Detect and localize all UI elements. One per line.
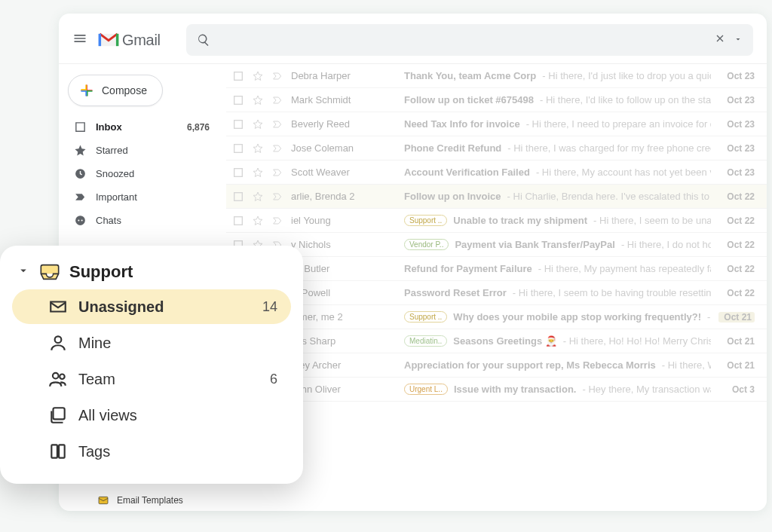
star-icon[interactable] [252, 94, 264, 106]
message-content: Need Tax Info for invoice - Hi there, I … [404, 118, 711, 130]
message-subject: Refund for Payment Failure [404, 263, 532, 274]
message-sender: nes Sharp [291, 335, 397, 347]
message-row[interactable]: ffrey ArcherAppreciation for your suppor… [226, 353, 767, 378]
popover-item-mine[interactable]: Mine [12, 326, 291, 360]
svg-rect-18 [99, 497, 108, 503]
message-row[interactable]: nes SharpMediatin..Seasons Greetings 🎅 -… [226, 329, 767, 353]
star-icon[interactable] [252, 142, 264, 154]
importance-icon[interactable] [271, 191, 283, 203]
importance-icon[interactable] [271, 167, 283, 179]
star-icon[interactable] [252, 215, 264, 227]
sidebar-item-inbox[interactable]: Inbox 6,876 [68, 117, 220, 137]
tag-badge: Urgent L.. [404, 384, 448, 395]
checkbox-icon[interactable] [232, 215, 244, 227]
message-sender: Mark Schmidt [291, 94, 397, 105]
message-row[interactable]: y NicholsVendor P..Payment via Bank Tran… [226, 233, 767, 257]
popover-item-team[interactable]: Team6 [12, 362, 291, 396]
message-date: Oct 23 [718, 95, 755, 105]
popover-item-unassigned[interactable]: Unassigned14 [12, 289, 291, 324]
message-preview: - Hi there, I seem to be having trouble … [513, 287, 711, 298]
message-content: Follow up on Invoice - Hi Charlie, Brend… [404, 191, 711, 202]
message-date: Oct 21 [718, 312, 755, 323]
svg-rect-4 [234, 72, 243, 80]
importance-icon[interactable] [271, 70, 283, 82]
importance-icon[interactable] [271, 142, 283, 154]
message-date: Oct 21 [718, 336, 755, 347]
email-templates-item[interactable]: Email Templates [91, 490, 201, 511]
message-preview: - Hi there, Ho! Ho! Ho! Merry Christ [563, 335, 711, 347]
sidebar-item-snoozed[interactable]: Snoozed [68, 164, 220, 184]
message-content: Phone Credit Refund - Hi there, I was ch… [404, 142, 711, 154]
popover-item-tags[interactable]: Tags [12, 434, 291, 469]
checkbox-icon[interactable] [232, 167, 244, 179]
svg-rect-5 [234, 96, 243, 104]
star-icon[interactable] [252, 167, 264, 179]
message-row[interactable]: Mark SchmidtFollow up on ticket #675498 … [226, 88, 767, 112]
importance-icon[interactable] [271, 215, 283, 227]
popover-item-label: All views [78, 407, 137, 424]
checkbox-icon[interactable] [232, 142, 244, 154]
importance-icon[interactable] [271, 118, 283, 130]
message-row[interactable]: Scott WeaverAccount Verification Failed … [226, 161, 767, 185]
message-sender: iel Young [291, 215, 397, 226]
message-content: Follow up on ticket #675498 - Hi there, … [404, 94, 711, 105]
brand-text: Gmail [122, 32, 161, 49]
star-icon[interactable] [252, 191, 264, 203]
star-icon[interactable] [252, 118, 264, 130]
svg-point-3 [81, 219, 83, 221]
checkbox-icon[interactable] [232, 94, 244, 106]
message-sender: ffrey Archer [291, 359, 397, 371]
sidebar-item-chats[interactable]: Chats [68, 210, 220, 231]
svg-point-1 [75, 216, 85, 225]
sidebar-item-starred[interactable]: Starred [68, 140, 220, 161]
menu-icon[interactable] [72, 31, 87, 49]
checkbox-icon[interactable] [232, 191, 244, 203]
svg-rect-24 [59, 445, 65, 457]
message-row[interactable]: Jose ColemanPhone Credit Refund - Hi the… [226, 136, 767, 161]
clear-search-icon[interactable] [714, 32, 726, 47]
search-bar[interactable] [186, 24, 753, 56]
search-options-icon[interactable] [734, 33, 743, 47]
message-sender: Beverly Reed [291, 118, 397, 130]
checkbox-icon[interactable] [232, 70, 244, 82]
popover-item-all-views[interactable]: All views [12, 398, 291, 433]
gmail-logo[interactable]: Gmail [98, 32, 161, 49]
message-row[interactable]: ny ButlerRefund for Payment Failure - Hi… [226, 257, 767, 281]
importance-icon[interactable] [271, 94, 283, 106]
svg-rect-8 [234, 168, 243, 176]
message-row[interactable]: John OliverUrgent L..Issue with my trans… [226, 378, 767, 402]
svg-rect-6 [234, 120, 243, 128]
message-sender: y Nichols [291, 239, 397, 250]
popover-header[interactable]: Support [12, 262, 291, 282]
checkbox-icon[interactable] [232, 118, 244, 130]
compose-button[interactable]: Compose [68, 75, 163, 106]
message-content: Vendor P..Payment via Bank Transfer/PayP… [404, 239, 711, 250]
popover-item-label: Team [78, 371, 115, 388]
message-row[interactable]: ip PowellPassword Reset Error - Hi there… [226, 281, 767, 305]
svg-point-19 [55, 336, 62, 343]
svg-rect-9 [234, 192, 243, 200]
message-date: Oct 23 [718, 167, 755, 178]
message-row[interactable]: iel YoungSupport ..Unable to track my sh… [226, 209, 767, 233]
envelope-icon [48, 297, 68, 316]
message-subject: Unable to track my shipment [453, 215, 587, 226]
message-row[interactable]: arlie, Brenda 2Follow up on Invoice - Hi… [226, 185, 767, 209]
support-popover: Support Unassigned14MineTeam6All viewsTa… [0, 246, 303, 484]
star-icon[interactable] [252, 70, 264, 82]
message-preview: - Hi there, My payment has repeatedly fa… [538, 263, 711, 274]
message-row[interactable]: tomer, me 2Support ..Why does your mobil… [226, 305, 767, 329]
message-preview: - Hey there, My transaction wa [582, 384, 711, 395]
sidebar-item-important[interactable]: Important [68, 187, 220, 207]
message-row[interactable]: Beverly ReedNeed Tax Info for invoice - … [226, 112, 767, 136]
message-preview: - Hi there, I'd just like to drop you a … [542, 70, 711, 81]
tag-badge: Support .. [404, 311, 447, 323]
people-icon [48, 369, 68, 389]
message-row[interactable]: Debra HarperThank You, team Acme Corp - … [226, 64, 767, 88]
search-input[interactable] [218, 34, 706, 47]
popover-item-count: 6 [270, 371, 277, 387]
message-sender: arlie, Brenda 2 [291, 191, 397, 202]
message-content: Account Verification Failed - Hi there, … [404, 167, 711, 178]
message-date: Oct 21 [718, 360, 755, 371]
svg-rect-10 [234, 216, 243, 225]
message-sender: tomer, me 2 [291, 311, 397, 323]
